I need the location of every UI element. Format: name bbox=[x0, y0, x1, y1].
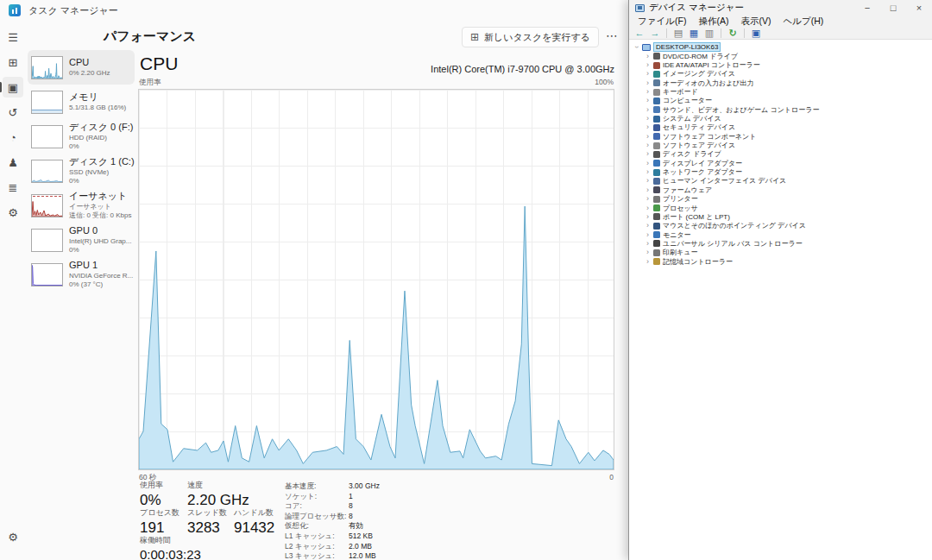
nav-menu[interactable]: ☰ bbox=[3, 27, 23, 47]
chevron-collapsed-icon[interactable]: › bbox=[645, 240, 651, 248]
tree-node[interactable]: ›コンピューター bbox=[633, 97, 932, 105]
cpu-usage-graph[interactable] bbox=[138, 89, 614, 470]
scan-hardware-changes-icon[interactable]: ▣ bbox=[750, 28, 762, 39]
chevron-collapsed-icon[interactable]: › bbox=[645, 160, 651, 167]
tree-node[interactable]: ›ソフトウェア コンポーネント bbox=[633, 132, 932, 141]
tree-node[interactable]: ›ディスプレイ アダプター bbox=[633, 159, 932, 167]
tree-node[interactable]: ›キーボード bbox=[633, 87, 932, 96]
sidebar-item-ethernet[interactable]: イーサネットイーサネット送信: 0 受信: 0 Kbps bbox=[28, 188, 135, 223]
tree-node[interactable]: ›プリンター bbox=[633, 195, 932, 204]
forward-icon[interactable]: → bbox=[649, 28, 661, 39]
chevron-collapsed-icon[interactable]: › bbox=[645, 123, 651, 131]
chevron-collapsed-icon[interactable]: › bbox=[645, 222, 651, 230]
tree-node[interactable]: ›サウンド、ビデオ、およびゲーム コントローラー bbox=[633, 105, 932, 114]
detail-value: 8 bbox=[349, 512, 380, 522]
tree-node[interactable]: ›ユニバーサル シリアル バス コントローラー bbox=[633, 239, 932, 248]
nav-details[interactable]: ≣ bbox=[3, 177, 23, 198]
tree-node[interactable]: ›印刷キュー bbox=[633, 249, 932, 257]
chevron-collapsed-icon[interactable]: › bbox=[645, 258, 651, 266]
sidebar-item-gpu0[interactable]: GPU 0Intel(R) UHD Grap...0% bbox=[28, 223, 135, 257]
chevron-collapsed-icon[interactable]: › bbox=[645, 133, 651, 141]
menu-操作(A)[interactable]: 操作(A) bbox=[692, 16, 734, 28]
chevron-collapsed-icon[interactable]: › bbox=[645, 53, 651, 60]
cpu-model-subtitle: Intel(R) Core(TM) i7-9700 CPU @ 3.00GHz bbox=[431, 64, 614, 74]
tree-node[interactable]: ›ヒューマン インターフェイス デバイス bbox=[633, 177, 932, 186]
tree-node[interactable]: ›DVD/CD-ROM ドライブ bbox=[633, 52, 932, 60]
toolbar-separator bbox=[721, 28, 721, 38]
maximize-button[interactable]: □ bbox=[880, 0, 906, 16]
nav-settings[interactable]: ⚙ bbox=[3, 526, 23, 547]
run-new-task-button[interactable]: ⊞ 新しいタスクを実行する bbox=[462, 27, 599, 47]
sidebar-item-cpu[interactable]: CPU0% 2.20 GHz bbox=[28, 50, 135, 85]
chevron-expanded-icon[interactable]: › bbox=[633, 44, 640, 50]
nav-app-history[interactable]: ↺ bbox=[3, 102, 23, 123]
chevron-collapsed-icon[interactable]: › bbox=[645, 168, 651, 176]
chevron-collapsed-icon[interactable]: › bbox=[645, 231, 651, 239]
close-button[interactable]: × bbox=[906, 0, 932, 16]
nav-startup-apps[interactable]: ◔ bbox=[3, 127, 23, 148]
nav-processes[interactable]: ⊞ bbox=[3, 52, 23, 72]
sidebar-item-gpu1[interactable]: GPU 1NVIDIA GeForce R...0% (37 °C) bbox=[28, 257, 135, 292]
menu-表示(V)[interactable]: 表示(V) bbox=[734, 16, 777, 28]
toolbar-separator bbox=[666, 28, 667, 38]
task-manager-titlebar[interactable]: タスク マネージャー bbox=[0, 0, 628, 21]
tree-node[interactable]: ›ネットワーク アダプター bbox=[633, 167, 932, 176]
chevron-collapsed-icon[interactable]: › bbox=[645, 61, 651, 69]
ports-icon bbox=[653, 213, 660, 220]
chevron-collapsed-icon[interactable]: › bbox=[645, 204, 651, 212]
device-manager-titlebar[interactable]: デバイス マネージャー − □ × bbox=[629, 0, 932, 16]
nav-services[interactable]: ⚙ bbox=[3, 202, 23, 223]
stat-速度: 速度2.20 GHz bbox=[187, 480, 234, 507]
sidebar-item-disk1[interactable]: ディスク 1 (C:)SSD (NVMe)0% bbox=[28, 154, 135, 188]
chevron-collapsed-icon[interactable]: › bbox=[645, 70, 651, 78]
tree-node[interactable]: ›ポート (COM と LPT) bbox=[633, 212, 932, 221]
device-manager-menubar: ファイル(F)操作(A)表示(V)ヘルプ(H) bbox=[629, 16, 932, 27]
tree-node[interactable]: ›セキュリティ デバイス bbox=[633, 123, 932, 132]
more-options-button[interactable]: ⋯ bbox=[604, 28, 620, 42]
help-icon[interactable]: ▥ bbox=[703, 28, 715, 39]
nav-performance[interactable]: ▣ bbox=[3, 77, 23, 98]
tree-node[interactable]: ›ファームウェア bbox=[633, 186, 932, 194]
chevron-collapsed-icon[interactable]: › bbox=[645, 142, 651, 149]
chevron-collapsed-icon[interactable]: › bbox=[645, 249, 651, 256]
chevron-collapsed-icon[interactable]: › bbox=[645, 150, 651, 158]
chevron-collapsed-icon[interactable]: › bbox=[645, 186, 651, 194]
axis-label-0: 0 bbox=[609, 473, 614, 481]
menu-ファイル(F)[interactable]: ファイル(F) bbox=[632, 16, 692, 28]
chevron-collapsed-icon[interactable]: › bbox=[645, 195, 651, 203]
tree-node[interactable]: ›イメージング デバイス bbox=[633, 70, 932, 79]
chevron-collapsed-icon[interactable]: › bbox=[645, 79, 651, 87]
chevron-collapsed-icon[interactable]: › bbox=[645, 177, 651, 185]
sidebar-item-memory[interactable]: メモリ5.1/31.8 GB (16%) bbox=[28, 85, 135, 119]
sidebar-item-title: ディスク 0 (F:) bbox=[69, 122, 131, 133]
sidebar-item-disk0[interactable]: ディスク 0 (F:)HDD (RAID)0% bbox=[28, 119, 135, 154]
minimize-button[interactable]: − bbox=[854, 0, 880, 16]
tree-node[interactable]: ›システム デバイス bbox=[633, 114, 932, 123]
menu-ヘルプ(H)[interactable]: ヘルプ(H) bbox=[777, 16, 829, 28]
tree-node[interactable]: ›プロセッサ bbox=[633, 204, 932, 212]
tree-node[interactable]: ›モニター bbox=[633, 230, 932, 239]
chevron-collapsed-icon[interactable]: › bbox=[645, 213, 651, 221]
tree-node-label: ディスク ドライブ bbox=[663, 149, 721, 159]
chevron-collapsed-icon[interactable]: › bbox=[645, 106, 651, 114]
chevron-collapsed-icon[interactable]: › bbox=[645, 115, 651, 123]
tree-node[interactable]: ›IDE ATA/ATAPI コントローラー bbox=[633, 60, 932, 69]
nav-users[interactable]: ♟ bbox=[3, 152, 23, 173]
tree-root-node[interactable]: › DESKTOP-LI3OK63 bbox=[633, 42, 932, 52]
properties-icon[interactable]: ▦ bbox=[688, 28, 700, 39]
tree-node[interactable]: ›オーディオの入力および出力 bbox=[633, 79, 932, 87]
tree-node[interactable]: ›ディスク ドライブ bbox=[633, 150, 932, 159]
show-console-tree-icon[interactable]: ▤ bbox=[672, 28, 684, 39]
tree-node-label: システム デバイス bbox=[663, 114, 721, 123]
chevron-collapsed-icon[interactable]: › bbox=[645, 97, 651, 104]
tree-node[interactable]: ›マウスとそのほかのポインティング デバイス bbox=[633, 222, 932, 230]
tree-node[interactable]: ›ソフトウェア デバイス bbox=[633, 141, 932, 149]
back-icon[interactable]: ← bbox=[633, 28, 645, 39]
tree-node[interactable]: ›記憶域コントローラー bbox=[633, 257, 932, 266]
tree-node-label: ユニバーサル シリアル バス コントローラー bbox=[663, 239, 803, 249]
sidebar-item-subtext: 送信: 0 受信: 0 Kbps bbox=[69, 211, 131, 220]
cpu-section-title: CPU bbox=[140, 53, 178, 74]
detail-value: 3.00 GHz bbox=[349, 481, 380, 492]
refresh-icon[interactable]: ↻ bbox=[727, 28, 739, 39]
chevron-collapsed-icon[interactable]: › bbox=[645, 88, 651, 96]
